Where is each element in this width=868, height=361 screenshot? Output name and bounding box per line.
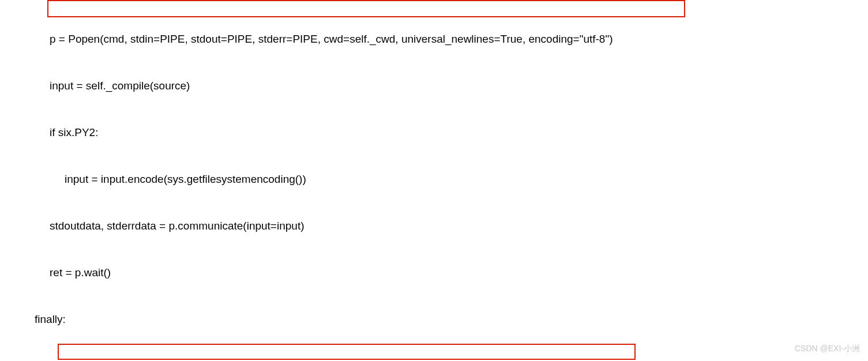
code-line: finally: xyxy=(0,311,868,327)
code-line: if six.PY2: xyxy=(0,125,868,140)
code-block: p = Popen(cmd, stdin=PIPE, stdout=PIPE, … xyxy=(0,0,868,361)
watermark: CSDN @EXI-小洲 xyxy=(795,341,860,356)
code-line: p = Popen(cmd, stdin=PIPE, stdout=PIPE, … xyxy=(0,31,868,47)
code-line: del p xyxy=(0,358,868,361)
code-line: stdoutdata, stderrdata = p.communicate(i… xyxy=(0,218,868,234)
code-line: input = self._compile(source) xyxy=(0,78,868,93)
code-line: ret = p.wait() xyxy=(0,265,868,280)
code-line: input = input.encode(sys.getfilesystemen… xyxy=(0,171,868,187)
